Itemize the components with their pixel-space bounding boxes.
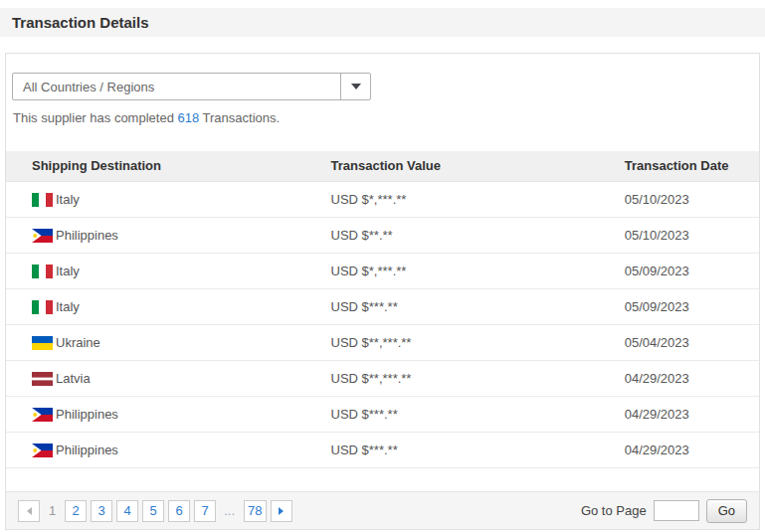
page-4-button[interactable]: 4 xyxy=(116,500,138,522)
goto-page-group: Go to Page Go xyxy=(581,499,747,523)
country-name: Italy xyxy=(56,299,80,314)
table-row: Philippines USD $***.** 04/29/2023 xyxy=(6,432,759,467)
country-filter-value: All Countries / Regions xyxy=(13,74,340,99)
transaction-value: USD $**.** xyxy=(330,217,624,253)
country-filter-dropdown[interactable]: All Countries / Regions xyxy=(12,73,371,100)
dropdown-arrow-box[interactable] xyxy=(340,74,370,99)
table-row: Ukraine USD $**,***.** 05/04/2023 xyxy=(6,324,759,360)
italy-flag-icon xyxy=(32,300,53,314)
transaction-value: USD $***.** xyxy=(330,396,624,432)
transaction-summary: This supplier has completed 618 Transact… xyxy=(13,110,759,125)
header-transaction-value: Transaction Value xyxy=(330,151,624,181)
chevron-left-icon xyxy=(27,507,32,515)
transaction-value: USD $*,***.** xyxy=(330,253,624,288)
header-transaction-date: Transaction Date xyxy=(624,151,759,181)
transaction-value: USD $***.** xyxy=(330,432,624,467)
philippines-flag-icon xyxy=(32,229,53,243)
pagination-controls: 1 2 3 4 5 6 7 ... 78 xyxy=(18,500,296,522)
next-page-button[interactable] xyxy=(271,500,292,522)
transaction-date: 04/29/2023 xyxy=(624,360,759,396)
table-row: Philippines USD $**.** 05/10/2023 xyxy=(6,217,759,253)
pagination-ellipsis: ... xyxy=(224,503,235,518)
transaction-date: 04/29/2023 xyxy=(624,396,759,432)
transaction-date: 05/09/2023 xyxy=(624,288,759,324)
page-3-button[interactable]: 3 xyxy=(91,500,112,522)
chevron-right-icon xyxy=(279,507,284,515)
transaction-date: 05/04/2023 xyxy=(624,324,759,360)
transaction-count-link[interactable]: 618 xyxy=(177,110,199,125)
table-row: Philippines USD $***.** 04/29/2023 xyxy=(6,396,759,432)
philippines-flag-icon xyxy=(32,443,53,457)
country-name: Philippines xyxy=(56,443,118,457)
country-name: Philippines xyxy=(56,228,118,243)
transaction-date: 05/10/2023 xyxy=(624,181,759,217)
transaction-value: USD $**,***.** xyxy=(330,360,624,396)
transaction-date: 05/10/2023 xyxy=(624,217,759,253)
table-row: Italy USD $*,***.** 05/10/2023 xyxy=(6,181,759,217)
transaction-date: 05/09/2023 xyxy=(624,253,759,288)
page-78-button[interactable]: 78 xyxy=(244,500,266,522)
table-header-row: Shipping Destination Transaction Value T… xyxy=(6,151,759,181)
transaction-date: 04/29/2023 xyxy=(624,432,759,467)
transactions-table: Shipping Destination Transaction Value T… xyxy=(6,151,759,468)
transaction-value: USD $*,***.** xyxy=(330,181,624,217)
table-row: Italy USD $*,***.** 05/09/2023 xyxy=(6,253,759,288)
chevron-down-icon xyxy=(351,84,361,89)
country-name: Latvia xyxy=(56,371,91,386)
page-6-button[interactable]: 6 xyxy=(168,500,190,522)
latvia-flag-icon xyxy=(32,372,53,386)
philippines-flag-icon xyxy=(32,408,53,422)
transaction-value: USD $***.** xyxy=(330,288,624,324)
page-title: Transaction Details xyxy=(12,14,149,31)
transactions-panel: All Countries / Regions This supplier ha… xyxy=(5,53,760,530)
country-name: Italy xyxy=(56,264,80,278)
table-row: Latvia USD $**,***.** 04/29/2023 xyxy=(6,360,759,396)
page-5-button[interactable]: 5 xyxy=(142,500,164,522)
go-button[interactable]: Go xyxy=(706,499,747,523)
summary-suffix: Transactions. xyxy=(199,110,280,125)
ukraine-flag-icon xyxy=(32,336,53,350)
page-7-button[interactable]: 7 xyxy=(194,500,216,522)
summary-prefix: This supplier has completed xyxy=(13,110,177,125)
header-shipping-destination: Shipping Destination xyxy=(6,151,330,181)
country-name: Philippines xyxy=(56,407,118,422)
italy-flag-icon xyxy=(32,265,53,278)
transaction-value: USD $**,***.** xyxy=(330,324,624,360)
current-page: 1 xyxy=(49,503,56,518)
country-name: Italy xyxy=(56,192,80,207)
pagination-bar: 1 2 3 4 5 6 7 ... 78 Go to Page Go xyxy=(6,491,759,529)
italy-flag-icon xyxy=(32,193,53,207)
page-2-button[interactable]: 2 xyxy=(65,500,87,522)
goto-page-label: Go to Page xyxy=(581,503,647,518)
prev-page-button[interactable] xyxy=(18,500,40,522)
country-name: Ukraine xyxy=(56,335,100,350)
goto-page-input[interactable] xyxy=(654,500,699,521)
page-title-bar: Transaction Details xyxy=(0,8,765,37)
table-row: Italy USD $***.** 05/09/2023 xyxy=(6,288,759,324)
